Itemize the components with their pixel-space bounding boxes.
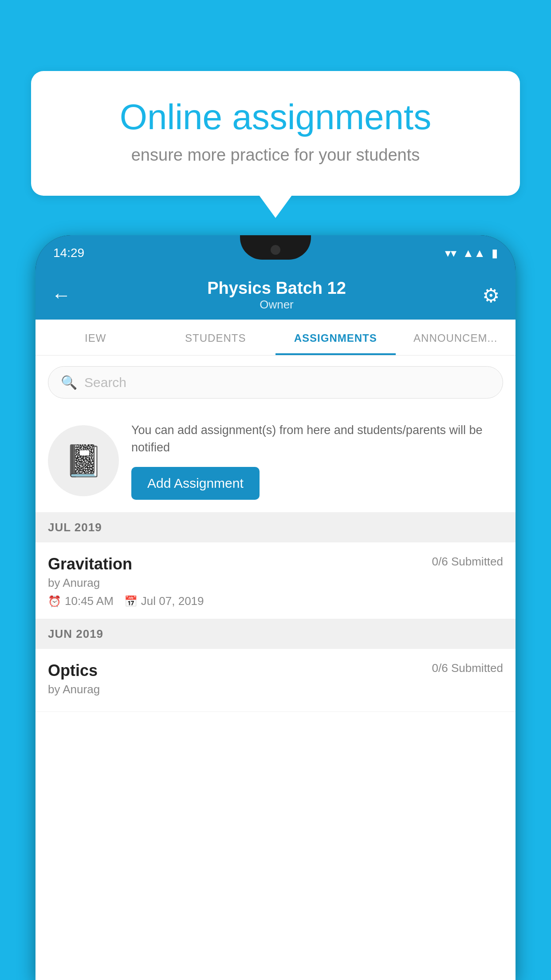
front-camera [271,245,280,255]
promo-description: You can add assignment(s) from here and … [131,422,503,456]
assignment-author: by Anurag [48,576,503,590]
assignment-date-value: Jul 07, 2019 [141,594,204,608]
bubble-subtitle: ensure more practice for your students [67,146,484,165]
assignment-top-row-optics: Optics 0/6 Submitted [48,661,503,680]
header-title: Physics Batch 12 [71,279,482,298]
assignment-time: ⏰ 10:45 AM [48,594,114,608]
phone-device: 14:29 ▾▾ ▲▲ ▮ ← Physics Batch 12 Owner ⚙… [35,235,516,980]
wifi-icon: ▾▾ [445,246,457,260]
tab-students[interactable]: STUDENTS [156,320,276,355]
search-icon: 🔍 [61,375,77,390]
notebook-icon: 📓 [64,443,103,479]
tabs-bar: IEW STUDENTS ASSIGNMENTS ANNOUNCEM... [35,320,516,356]
search-container: 🔍 Search [35,356,516,409]
search-box[interactable]: 🔍 Search [48,366,503,399]
assignment-item-optics[interactable]: Optics 0/6 Submitted by Anurag [35,649,516,712]
section-label-jul: JUL 2019 [48,521,102,534]
calendar-icon: 📅 [124,595,138,608]
assignment-item-gravitation[interactable]: Gravitation 0/6 Submitted by Anurag ⏰ 10… [35,542,516,619]
promo-text-area: You can add assignment(s) from here and … [131,422,503,500]
signal-icon: ▲▲ [463,246,485,260]
assignment-date: 📅 Jul 07, 2019 [124,594,204,608]
header-subtitle: Owner [71,298,482,312]
assignment-name: Gravitation [48,555,132,573]
status-bar: 14:29 ▾▾ ▲▲ ▮ [35,235,516,271]
notch [240,235,311,260]
search-placeholder: Search [84,375,126,390]
section-header-jul: JUL 2019 [35,513,516,542]
promo-icon-circle: 📓 [48,425,119,496]
promo-section: 📓 You can add assignment(s) from here an… [35,409,516,513]
header-center: Physics Batch 12 Owner [71,279,482,312]
status-icons: ▾▾ ▲▲ ▮ [445,246,498,260]
speech-bubble: Online assignments ensure more practice … [31,71,520,196]
section-label-jun: JUN 2019 [48,627,103,640]
settings-icon[interactable]: ⚙ [482,284,500,307]
speech-bubble-section: Online assignments ensure more practice … [31,71,520,196]
bubble-title: Online assignments [67,98,484,137]
clock-icon: ⏰ [48,595,61,608]
add-assignment-button[interactable]: Add Assignment [131,467,260,500]
section-header-jun: JUN 2019 [35,619,516,649]
tab-iew[interactable]: IEW [35,320,156,355]
assignment-name-optics: Optics [48,661,98,680]
assignment-time-value: 10:45 AM [65,594,114,608]
phone-content: IEW STUDENTS ASSIGNMENTS ANNOUNCEM... 🔍 … [35,320,516,980]
back-button[interactable]: ← [51,284,71,306]
tab-assignments[interactable]: ASSIGNMENTS [276,320,396,355]
assignment-submitted: 0/6 Submitted [432,555,503,569]
assignment-top-row: Gravitation 0/6 Submitted [48,555,503,573]
content-area: 🔍 Search 📓 You can add assignment(s) fro… [35,356,516,980]
battery-icon: ▮ [492,246,498,260]
assignment-submitted-optics: 0/6 Submitted [432,661,503,675]
status-time: 14:29 [53,246,84,260]
tab-announcements[interactable]: ANNOUNCEM... [396,320,516,355]
app-header: ← Physics Batch 12 Owner ⚙ [35,271,516,320]
assignment-meta: ⏰ 10:45 AM 📅 Jul 07, 2019 [48,594,503,608]
assignment-author-optics: by Anurag [48,683,503,696]
